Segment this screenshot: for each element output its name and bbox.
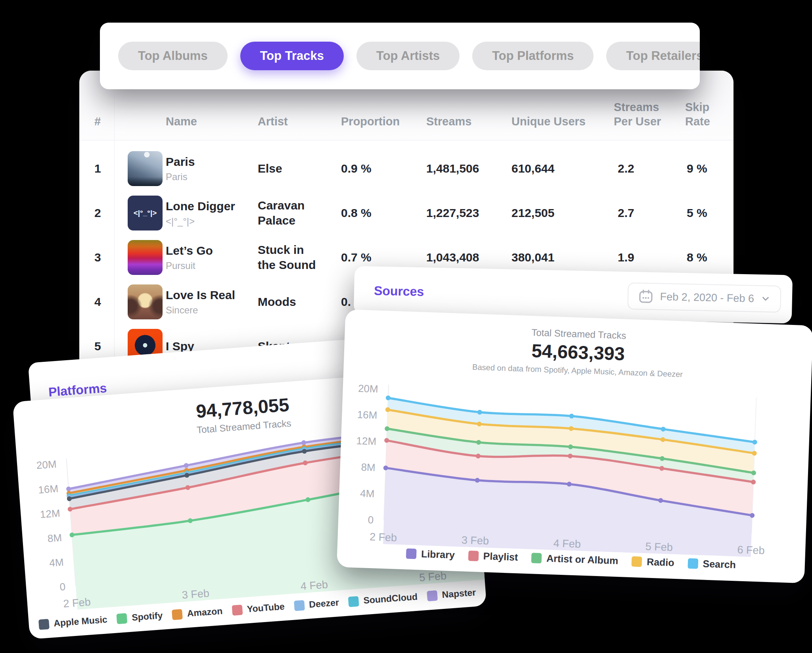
- legend-swatch: [632, 556, 642, 567]
- table-row[interactable]: 1ParisParisElse0.9 %1,481,506610,6442.29…: [79, 146, 733, 191]
- svg-text:3 Feb: 3 Feb: [462, 534, 489, 547]
- row-rank: 3: [94, 251, 101, 264]
- artist-name: Moods: [258, 294, 325, 309]
- svg-text:4 Feb: 4 Feb: [553, 537, 581, 550]
- legend-swatch: [406, 548, 417, 559]
- legend-label: Radio: [647, 556, 674, 568]
- svg-text:5 Feb: 5 Feb: [419, 570, 447, 584]
- track-title: Paris: [166, 155, 195, 169]
- album-art-cell: <|°_°|>: [128, 196, 163, 230]
- album-art-lone-digger: <|°_°|>: [128, 196, 163, 230]
- skip-rate-value: 9 %: [687, 162, 707, 175]
- unique-users-value: 212,505: [511, 206, 554, 220]
- sources-date-picker[interactable]: Feb 2, 2020 - Feb 6: [627, 282, 781, 313]
- svg-text:20M: 20M: [358, 382, 379, 395]
- calendar-icon: [638, 288, 654, 304]
- svg-text:5 Feb: 5 Feb: [645, 540, 673, 553]
- legend-item-library[interactable]: Library: [406, 547, 455, 561]
- track-title: Love Is Real: [166, 288, 235, 302]
- tab-top-tracks[interactable]: Top Tracks: [240, 42, 344, 70]
- legend-swatch: [468, 550, 479, 561]
- row-rank: 1: [94, 162, 101, 175]
- proportion-value: 0.8 %: [341, 206, 372, 220]
- tab-top-retailers[interactable]: Top Retailers: [606, 42, 700, 70]
- svg-text:6 Feb: 6 Feb: [737, 544, 765, 556]
- streams-per-user-value: 1.9: [618, 251, 634, 264]
- track-subtitle: Pursuit: [166, 260, 213, 271]
- svg-text:20M: 20M: [36, 458, 57, 471]
- row-rank: 4: [94, 295, 101, 309]
- svg-text:0: 0: [368, 514, 374, 526]
- col-header-rank: #: [94, 114, 101, 129]
- album-art-paris: [128, 151, 163, 186]
- proportion-value: 0.9 %: [341, 162, 372, 175]
- table-row[interactable]: 2<|°_°|>Lone Digger<|°_°|>Caravan Palace…: [79, 191, 733, 235]
- tab-top-platforms[interactable]: Top Platforms: [472, 42, 594, 70]
- proportion-value: 0.7 %: [341, 251, 372, 264]
- sources-chart-card: Total Streamed Tracks 54,663,393 Based o…: [337, 309, 812, 584]
- col-header-skip-rate: Skip Rate: [685, 100, 725, 129]
- col-header-proportion: Proportion: [341, 114, 400, 129]
- col-header-streams-per-user: Streams Per User: [614, 100, 677, 129]
- legend-item-radio[interactable]: Radio: [632, 555, 674, 568]
- streams-per-user-value: 2.7: [618, 206, 634, 220]
- col-header-streams: Streams: [426, 114, 471, 129]
- album-art-cell: [128, 151, 163, 186]
- col-header-name: Name: [166, 114, 197, 129]
- track-name-cell: ParisParis: [166, 155, 195, 182]
- legend-swatch: [172, 609, 183, 620]
- track-subtitle: Sincere: [166, 305, 235, 316]
- legend-item-search[interactable]: Search: [688, 557, 736, 570]
- skip-rate-value: 5 %: [687, 206, 707, 220]
- col-header-unique-users: Unique Users: [511, 114, 586, 129]
- track-subtitle: <|°_°|>: [166, 216, 235, 227]
- legend-swatch: [427, 590, 438, 601]
- legend-label: Spotify: [131, 610, 163, 623]
- legend-label: Artist or Album: [546, 553, 619, 567]
- legend-swatch: [688, 558, 698, 569]
- album-art-love-is-real: [128, 284, 163, 319]
- streams-value: 1,043,408: [426, 251, 479, 264]
- legend-label: Library: [421, 548, 455, 561]
- skip-rate-value: 8 %: [687, 251, 707, 264]
- track-subtitle: Paris: [166, 171, 195, 182]
- tab-top-albums[interactable]: Top Albums: [118, 42, 228, 70]
- legend-item-playlist[interactable]: Playlist: [468, 550, 518, 563]
- streams-value: 1,227,523: [426, 206, 479, 220]
- album-art-cell: [128, 284, 163, 319]
- legend-label: Playlist: [483, 550, 518, 563]
- unique-users-value: 380,041: [511, 251, 554, 264]
- date-range-label: Feb 2, 2020 - Feb 6: [660, 290, 754, 305]
- top-tabs-bar: Top AlbumsTop TracksTop ArtistsTop Platf…: [100, 23, 700, 89]
- svg-text:12M: 12M: [40, 507, 61, 520]
- sources-area-chart[interactable]: 04M8M12M16M20M2 Feb3 Feb4 Feb5 Feb6 Feb: [337, 376, 811, 571]
- artist-name: Stuck in the Sound: [258, 242, 325, 273]
- album-art-cell: [128, 240, 163, 275]
- proportion-value: 0.: [341, 295, 351, 309]
- svg-text:12M: 12M: [356, 435, 377, 447]
- row-rank: 5: [94, 340, 101, 353]
- svg-text:2 Feb: 2 Feb: [370, 531, 397, 544]
- track-title: Lone Digger: [166, 200, 235, 213]
- album-art-lets-go: [128, 240, 163, 275]
- col-header-artist: Artist: [258, 114, 288, 129]
- tab-top-artists[interactable]: Top Artists: [356, 42, 460, 70]
- legend-swatch: [117, 613, 128, 624]
- svg-text:3 Feb: 3 Feb: [182, 587, 210, 601]
- track-name-cell: Love Is RealSincere: [166, 288, 235, 316]
- svg-text:8M: 8M: [361, 461, 375, 473]
- legend-label: Deezer: [309, 597, 339, 610]
- svg-text:16M: 16M: [357, 409, 377, 421]
- row-rank: 2: [94, 206, 101, 220]
- legend-label: Search: [703, 558, 736, 570]
- streams-per-user-value: 2.2: [618, 162, 634, 175]
- artist-name: Caravan Palace: [258, 198, 325, 228]
- track-name-cell: Let’s GoPursuit: [166, 244, 213, 271]
- legend-swatch: [232, 605, 243, 616]
- legend-swatch: [348, 596, 359, 607]
- svg-text:4M: 4M: [49, 556, 64, 569]
- svg-text:8M: 8M: [47, 532, 62, 545]
- svg-text:2 Feb: 2 Feb: [63, 596, 91, 610]
- streams-value: 1,481,506: [426, 162, 479, 175]
- svg-text:4 Feb: 4 Feb: [300, 578, 328, 592]
